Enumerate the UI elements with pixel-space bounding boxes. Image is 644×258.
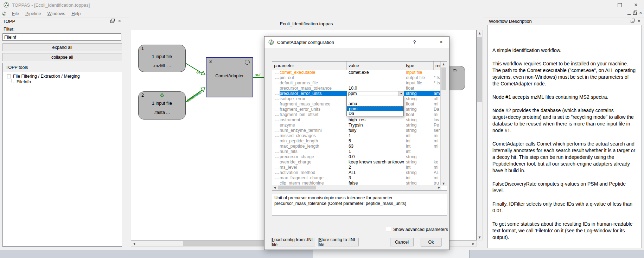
param-row-precursor_charge[interactable]: precursor_charge0:0string <box>272 154 441 160</box>
param-value[interactable]: 63 <box>347 144 404 149</box>
param-row-missed_cleavages[interactable]: missed_cleavages1intmi <box>272 133 441 138</box>
param-row-num_enzyme_termini[interactable]: num_enzyme_terminifullystringser <box>272 128 441 133</box>
dialog-titlebar[interactable]: CometAdapter configuration ? <box>264 37 449 48</box>
param-row-precursor_mass_tolerance[interactable]: precursor_mass_tolerance10.0float <box>272 86 441 91</box>
param-row-ms_level[interactable]: ms_level2intmi <box>272 165 441 170</box>
store-config-button[interactable]: Store config to .INI file <box>318 238 359 246</box>
scroll-down-icon[interactable] <box>441 181 446 186</box>
param-row-max_peptide_length[interactable]: max_peptide_length63intmi <box>272 144 441 149</box>
canvas-vertical-scrollbar[interactable] <box>477 30 483 240</box>
scroll-left-icon[interactable] <box>131 241 137 246</box>
mdi-close-icon[interactable] <box>639 11 642 15</box>
tree-group-file-filtering[interactable]: File Filtering / Extraction / Merging <box>7 74 80 79</box>
param-value[interactable] <box>347 80 404 86</box>
description-paragraph: FalseDiscoveryRate computes q-values on … <box>492 181 637 194</box>
input-node-2[interactable]: 2 1 input file .fasta ... <box>138 91 186 120</box>
panel-close-icon[interactable] <box>638 19 640 23</box>
panel-close-icon[interactable] <box>118 19 121 23</box>
collapse-expander-icon[interactable] <box>7 75 11 78</box>
param-row-enzyme[interactable]: enzymeTrypsinstringPe <box>272 123 441 128</box>
mdi-restore-icon[interactable] <box>633 12 637 15</box>
param-row-min_peptide_length[interactable]: min_peptide_length5intmi <box>272 138 441 144</box>
menu-item-pipeline[interactable]: Pipeline <box>22 11 44 16</box>
tree-item-fileinfo[interactable]: FileInfo <box>11 79 31 85</box>
collapse-all-button[interactable]: collapse all <box>2 53 122 61</box>
combobox-dropdown-button[interactable] <box>398 91 404 96</box>
param-restrictions: lov <box>434 117 441 123</box>
dropdown-blank-item[interactable] <box>347 96 403 101</box>
panel-float-icon[interactable] <box>631 20 634 23</box>
dialog-icon <box>268 39 274 45</box>
dropdown-option-Da[interactable]: Da <box>347 111 403 116</box>
scroll-right-icon[interactable] <box>471 241 476 246</box>
param-row-override_charge[interactable]: override_chargekeep known search unknown… <box>272 160 441 165</box>
param-value[interactable]: 10.0 <box>347 86 404 91</box>
scrollbar-thumb[interactable] <box>313 250 470 258</box>
param-row-precursor_error_units[interactable]: precursor_error_unitsppmstringam <box>272 91 441 96</box>
param-type: int <box>404 175 434 181</box>
topp-panel-title: TOPP <box>3 18 126 25</box>
column-header-type[interactable]: type <box>404 62 434 70</box>
param-value[interactable]: 1 <box>347 149 404 154</box>
param-row-num_hits[interactable]: num_hits1int <box>272 149 441 154</box>
param-value[interactable]: comet.exe <box>347 70 404 75</box>
param-value[interactable]: ALL <box>347 170 404 175</box>
param-value[interactable]: 2 <box>347 165 404 170</box>
minimize-icon[interactable] <box>595 0 612 10</box>
filter-input[interactable] <box>2 33 121 41</box>
param-value[interactable]: high_res <box>347 117 404 123</box>
table-horizontal-scrollbar[interactable] <box>272 185 441 190</box>
column-header-value[interactable]: value <box>347 62 404 70</box>
param-row-activation_method[interactable]: activation_methodALLstringAL <box>272 170 441 175</box>
help-button[interactable]: ? <box>407 37 422 48</box>
dropdown-option-ppm[interactable]: ppm <box>347 106 403 111</box>
mdi-minimize-icon[interactable] <box>627 14 631 15</box>
param-row-max_fragment_charge[interactable]: max_fragment_charge3intmi <box>272 175 441 181</box>
param-restrictions: mi <box>434 175 441 181</box>
scroll-up-icon[interactable] <box>477 30 482 36</box>
column-header-restrictions[interactable]: res <box>434 62 441 70</box>
menu-item-file[interactable]: File <box>9 11 22 16</box>
workflow-description-panel[interactable]: A simple identification workflow.This wo… <box>487 25 642 248</box>
value-combobox[interactable]: ppm <box>347 91 404 96</box>
scrollbar-thumb[interactable] <box>278 186 316 189</box>
dialog-close-button[interactable] <box>433 37 449 48</box>
dropdown-option-amu[interactable]: amu <box>347 101 403 106</box>
input-node-1[interactable]: 1 1 input file .mzML ... <box>138 45 186 72</box>
scrollbar-thumb[interactable] <box>441 67 446 90</box>
param-row-default_params_file[interactable]: default_params_fileinput file*.ts <box>272 80 441 86</box>
param-row-pin_out[interactable]: pin_outoutput file*.ts <box>272 75 441 80</box>
ok-button[interactable]: Ok <box>421 238 441 246</box>
bottom-scrollbar[interactable] <box>0 250 644 258</box>
menu-item-help[interactable]: Help <box>68 11 84 16</box>
param-value[interactable]: fully <box>347 128 404 133</box>
param-row-comet_executable[interactable]: comet_executablecomet.exeinput file <box>272 70 441 75</box>
topp-panel-controls <box>110 19 121 23</box>
column-header-parameter[interactable]: parameter <box>272 62 347 70</box>
scrollbar-thumb[interactable] <box>477 37 482 102</box>
param-type: string <box>404 160 434 165</box>
expand-all-button[interactable]: expand all <box>2 43 122 51</box>
scroll-up-icon[interactable] <box>441 62 446 66</box>
cancel-button[interactable]: Cancel <box>390 238 414 246</box>
param-row-instrument[interactable]: instrumenthigh_resstringlov <box>272 117 441 123</box>
maximize-icon[interactable] <box>612 0 628 10</box>
param-value[interactable]: 5 <box>347 138 404 144</box>
param-value[interactable]: Trypsin <box>347 123 404 128</box>
menu-item-windows[interactable]: Windows <box>44 11 69 16</box>
table-vertical-scrollbar[interactable] <box>440 62 447 186</box>
param-value[interactable]: ppm <box>347 91 404 96</box>
scroll-right-icon[interactable] <box>436 185 441 190</box>
panel-float-icon[interactable] <box>110 20 114 23</box>
cometadapter-node[interactable]: 3 CometAdapter <box>206 57 253 97</box>
param-value[interactable]: 0:0 <box>347 154 404 160</box>
param-value[interactable]: keep known search unknown <box>347 160 404 165</box>
show-advanced-checkbox[interactable] <box>386 227 391 232</box>
param-value[interactable] <box>347 75 404 80</box>
close-icon[interactable] <box>628 0 644 10</box>
load-config-button[interactable]: Load config from .INI file <box>272 238 315 246</box>
param-value[interactable]: 1 <box>347 133 404 138</box>
scroll-down-icon[interactable] <box>477 234 482 240</box>
param-value[interactable]: 3 <box>347 175 404 181</box>
scroll-left-icon[interactable] <box>272 185 277 190</box>
